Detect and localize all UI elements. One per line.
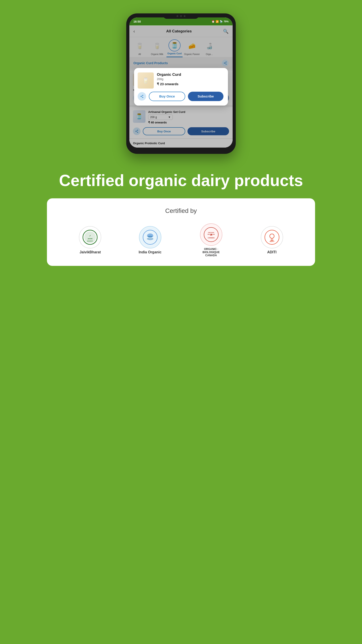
phone-notch <box>163 14 199 19</box>
screen-content: ₹ 23 onwards Buy Once Subscribe <box>129 70 233 148</box>
aditi-icon: ADITI <box>264 230 280 245</box>
popup-product-image <box>138 72 154 88</box>
svg-text:JAIVIK: JAIVIK <box>88 238 93 240</box>
alarm-icon: ⏰ <box>212 20 215 23</box>
cert-logo-jaivik-bharat: ✓ JAIVIK BHARAT JaivikBharat <box>79 226 101 254</box>
status-icons: ⏰ 📶 📡 79% <box>212 20 229 23</box>
popup-actions: Buy Once Subscribe <box>138 92 223 101</box>
aditi-logo-circle: ADITI <box>261 226 283 248</box>
jaivik-bharat-label: JaivikBharat <box>79 250 101 254</box>
popup-product-name: Organic Curd <box>157 72 223 77</box>
notch-dot-3 <box>184 15 185 17</box>
popup-share-button[interactable] <box>138 92 146 100</box>
canada-organic-label: ORGANIC · BIOLOGIQUE CANADA <box>199 248 223 257</box>
svg-point-15 <box>142 95 143 96</box>
cert-logo-india-organic: INDIA ORGANIC India Organic <box>139 226 161 254</box>
bottom-headline: Certified organic dairy products <box>59 172 303 190</box>
popup-overlay: Organic Curd 200g ₹ 23 onwards <box>129 26 233 148</box>
svg-text:INDIA: INDIA <box>148 236 152 237</box>
india-organic-icon: INDIA ORGANIC <box>142 230 158 245</box>
battery-icon: 79% <box>224 20 229 23</box>
popup-product-size: 200g <box>157 77 223 81</box>
cert-logo-canada-organic: ORGANIC BIOLOGIQUE CANADA ORGANIC · BIOL… <box>199 224 223 257</box>
jaivik-bharat-icon: ✓ JAIVIK BHARAT <box>82 230 98 245</box>
svg-point-16 <box>141 96 141 97</box>
wifi-icon: 📶 <box>216 20 219 23</box>
jaivik-bharat-logo: ✓ JAIVIK BHARAT <box>79 226 101 248</box>
svg-line-19 <box>141 96 143 96</box>
notch-dot-2 <box>180 15 182 17</box>
signal-icon: 📡 <box>220 20 223 23</box>
svg-text:ADITI: ADITI <box>270 240 274 242</box>
svg-text:✓: ✓ <box>89 234 91 237</box>
status-time: 16:50 <box>133 20 141 23</box>
cert-logos: ✓ JAIVIK BHARAT JaivikBharat INDIA ORGAN… <box>60 224 302 257</box>
india-organic-label: India Organic <box>139 250 161 254</box>
svg-text:ORGANIC: ORGANIC <box>147 238 153 240</box>
phone-frame: 16:50 ⏰ 📶 📡 79% ‹ All Categories 🔍 🥛 All <box>126 14 236 154</box>
popup-share-icon <box>140 94 144 98</box>
popup-buy-once-button[interactable]: Buy Once <box>149 92 185 101</box>
popup-subscribe-button[interactable]: Subscribe <box>188 92 223 101</box>
india-organic-logo-circle: INDIA ORGANIC <box>139 226 161 248</box>
svg-text:BHARAT: BHARAT <box>87 240 93 242</box>
svg-text:CANADA: CANADA <box>208 237 214 238</box>
svg-point-17 <box>142 97 143 98</box>
canada-organic-icon: ORGANIC BIOLOGIQUE CANADA <box>203 227 219 242</box>
certified-by-label: Certified by <box>60 207 302 214</box>
cert-logo-aditi: ADITI ADITI <box>261 226 283 254</box>
certified-section: Certified by ✓ JAIVIK BHARAT JaivikBhara… <box>47 198 315 266</box>
svg-text:ORGANIC: ORGANIC <box>208 232 214 233</box>
popup-product-price: ₹ 23 onwards <box>157 82 223 86</box>
popup-card: Organic Curd 200g ₹ 23 onwards <box>134 68 228 106</box>
popup-product-info: Organic Curd 200g ₹ 23 onwards <box>157 72 223 86</box>
svg-line-18 <box>141 96 143 97</box>
phone-screen: 16:50 ⏰ 📶 📡 79% ‹ All Categories 🔍 🥛 All <box>129 18 233 148</box>
aditi-label: ADITI <box>267 250 277 254</box>
canada-organic-logo-circle: ORGANIC BIOLOGIQUE CANADA <box>200 224 222 246</box>
notch-dot-1 <box>177 15 178 17</box>
bottom-text-section: Certified organic dairy products <box>41 172 321 198</box>
